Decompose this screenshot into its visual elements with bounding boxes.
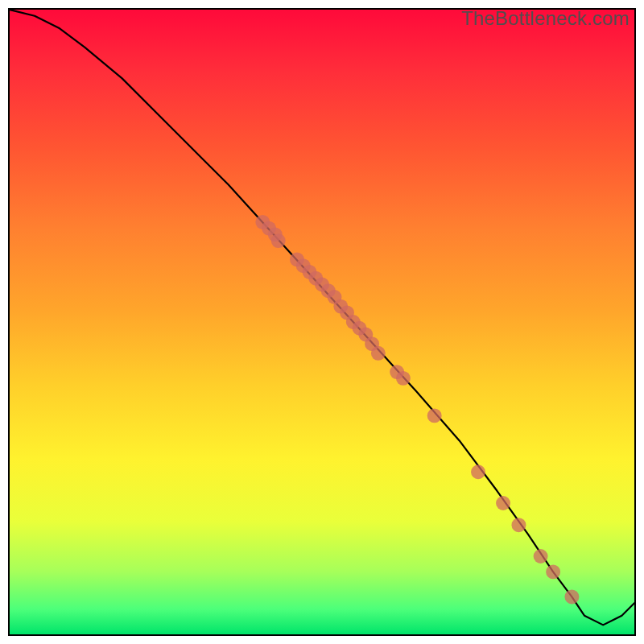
data-points-group <box>255 215 579 605</box>
data-point <box>564 589 579 604</box>
chart-stage: TheBottleneck.com <box>0 0 644 644</box>
plot-area: TheBottleneck.com <box>8 8 636 636</box>
data-point <box>271 233 286 248</box>
bottleneck-curve <box>10 10 634 625</box>
data-point <box>534 549 548 564</box>
data-point <box>496 496 510 510</box>
data-point <box>371 346 386 361</box>
data-point <box>471 464 485 479</box>
chart-overlay-svg <box>10 10 634 634</box>
data-point <box>427 408 442 423</box>
data-point <box>546 564 560 579</box>
data-point <box>396 371 411 386</box>
data-point <box>511 518 526 532</box>
watermark-label: TheBottleneck.com <box>461 7 630 30</box>
